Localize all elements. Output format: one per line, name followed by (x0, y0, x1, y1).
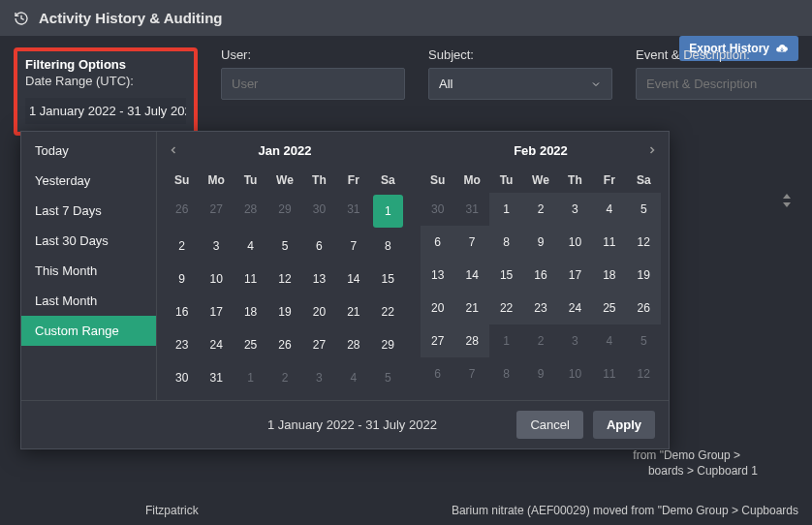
calendar-day[interactable]: 1 (373, 195, 403, 228)
log-user: Fitzpatrick (145, 503, 199, 519)
calendar-day[interactable]: 9 (165, 262, 199, 295)
calendar-day: 4 (592, 324, 626, 357)
calendar-day: 11 (592, 357, 626, 390)
calendar-day[interactable]: 17 (558, 259, 592, 292)
calendar-day[interactable]: 2 (165, 230, 199, 262)
calendar-day: 27 (199, 193, 233, 230)
calendar-day[interactable]: 26 (267, 328, 301, 361)
chevron-down-icon (590, 78, 602, 90)
calendar-day[interactable]: 3 (558, 193, 592, 226)
calendar-day[interactable]: 22 (489, 292, 523, 324)
calendar-day[interactable]: 4 (592, 193, 626, 226)
calendar-day[interactable]: 2 (523, 193, 557, 226)
calendar-day[interactable]: 20 (302, 295, 336, 328)
calendar-day[interactable]: 25 (234, 328, 267, 361)
calendar-day[interactable]: 16 (165, 295, 199, 328)
selected-range-text: 1 January 2022 - 31 July 2022 (35, 417, 437, 432)
user-input[interactable] (221, 68, 405, 100)
calendar-day[interactable]: 31 (199, 361, 233, 394)
range-last-7-days[interactable]: Last 7 Days (21, 196, 156, 226)
range-custom-range[interactable]: Custom Range (21, 316, 156, 346)
calendar-day: 3 (302, 361, 336, 394)
calendar-day: 7 (454, 357, 488, 390)
next-month-button[interactable] (643, 141, 661, 159)
user-label: User: (221, 47, 405, 62)
calendar-day[interactable]: 23 (523, 292, 557, 324)
calendar-day[interactable]: 15 (371, 262, 405, 295)
weekday-header: Fr (336, 168, 370, 193)
calendar-day[interactable]: 11 (234, 262, 267, 295)
range-today[interactable]: Today (21, 136, 156, 166)
apply-button[interactable]: Apply (593, 411, 655, 439)
calendar-day[interactable]: 24 (199, 328, 233, 361)
calendar-day[interactable]: 8 (371, 230, 405, 262)
calendar-day: 1 (234, 361, 267, 394)
calendar-day[interactable]: 26 (627, 292, 661, 324)
calendar-day[interactable]: 28 (454, 324, 488, 357)
calendar-day[interactable]: 12 (627, 226, 661, 259)
calendar-day[interactable]: 13 (302, 262, 336, 295)
calendar-day[interactable]: 10 (199, 262, 233, 295)
calendar-day[interactable]: 18 (592, 259, 626, 292)
calendar-day[interactable]: 13 (421, 259, 454, 292)
calendar-day[interactable]: 9 (523, 226, 557, 259)
calendar-day[interactable]: 4 (234, 230, 267, 262)
calendar-day[interactable]: 22 (371, 295, 405, 328)
subject-select[interactable]: All (428, 68, 612, 100)
log-line: Barium nitrate (AEF00029) moved from "De… (452, 503, 798, 519)
calendar-day[interactable]: 18 (234, 295, 267, 328)
user-field: User: (221, 47, 405, 100)
calendar-day[interactable]: 8 (489, 226, 523, 259)
calendar-day: 5 (371, 361, 405, 394)
calendar-day[interactable]: 5 (627, 193, 661, 226)
subject-label: Subject: (428, 47, 612, 62)
calendar-day[interactable]: 7 (336, 230, 370, 262)
calendar-day[interactable]: 30 (165, 361, 199, 394)
range-last-month[interactable]: Last Month (21, 286, 156, 316)
calendar-day[interactable]: 24 (558, 292, 592, 324)
calendar-day[interactable]: 1 (489, 193, 523, 226)
calendar-day[interactable]: 28 (336, 328, 370, 361)
calendar-day[interactable]: 14 (336, 262, 370, 295)
calendar-day[interactable]: 19 (627, 259, 661, 292)
calendar-day[interactable]: 20 (421, 292, 454, 324)
calendar-day[interactable]: 27 (421, 324, 454, 357)
calendar-day[interactable]: 17 (199, 295, 233, 328)
calendar-day[interactable]: 5 (267, 230, 301, 262)
cancel-button[interactable]: Cancel (516, 411, 582, 439)
range-this-month[interactable]: This Month (21, 256, 156, 286)
calendar-day: 6 (421, 357, 454, 390)
range-last-30-days[interactable]: Last 30 Days (21, 226, 156, 256)
calendar-day[interactable]: 23 (165, 328, 199, 361)
prev-month-button[interactable] (165, 141, 182, 159)
calendar-day[interactable]: 29 (371, 328, 405, 361)
calendar-day[interactable]: 6 (421, 226, 454, 259)
calendar-day[interactable]: 15 (489, 259, 523, 292)
calendar-day[interactable]: 21 (336, 295, 370, 328)
event-input[interactable] (636, 68, 812, 100)
calendar-day[interactable]: 11 (592, 226, 626, 259)
calendar-day[interactable]: 21 (454, 292, 488, 324)
weekday-header: Fr (592, 168, 626, 193)
calendar-day[interactable]: 6 (302, 230, 336, 262)
calendar-day[interactable]: 12 (267, 262, 301, 295)
calendar-day[interactable]: 14 (454, 259, 488, 292)
calendar-day[interactable]: 3 (199, 230, 233, 262)
calendar-day: 12 (627, 357, 661, 390)
weekday-header: Sa (627, 168, 661, 193)
weekday-header: We (267, 168, 301, 193)
svg-marker-1 (783, 202, 791, 207)
event-label: Event & Description: (636, 47, 812, 62)
subject-field: Subject: All (428, 47, 612, 100)
calendar-day[interactable]: 16 (523, 259, 557, 292)
calendar-right: Feb 2022SuMoTuWeThFrSa303112345678910111… (421, 136, 661, 394)
calendar-day[interactable]: 25 (592, 292, 626, 324)
calendar-day[interactable]: 7 (454, 226, 488, 259)
range-yesterday[interactable]: Yesterday (21, 166, 156, 196)
calendar-day[interactable]: 10 (558, 226, 592, 259)
date-range-input[interactable]: 1 January 2022 - 31 July 202 (25, 98, 186, 124)
filtering-heading: Filtering Options (25, 57, 186, 72)
calendar-day[interactable]: 19 (267, 295, 301, 328)
sort-icon[interactable] (781, 194, 793, 210)
calendar-day[interactable]: 27 (302, 328, 336, 361)
